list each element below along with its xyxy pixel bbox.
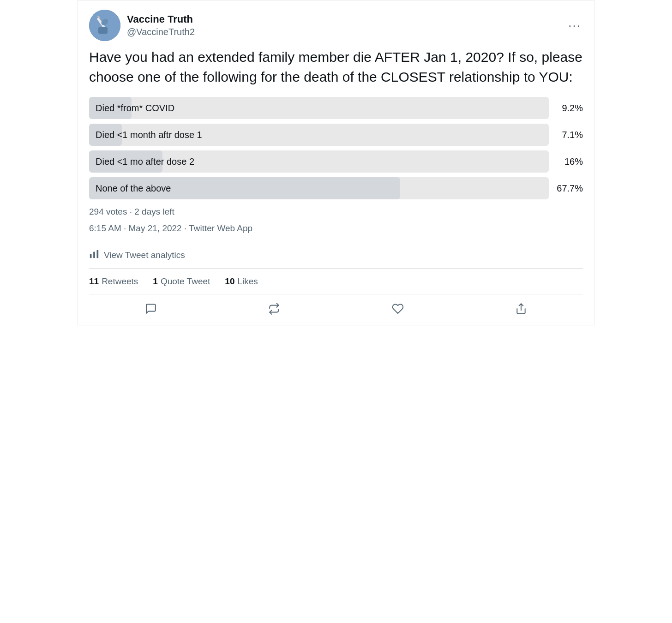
reply-button[interactable] xyxy=(139,299,162,318)
poll-option-3[interactable]: Died <1 mo after dose 2 16% xyxy=(89,150,583,173)
engagement-row: 11 Retweets 1 Quote Tweet 10 Likes xyxy=(89,269,583,294)
poll-option-4[interactable]: None of the above 67.7% xyxy=(89,177,583,199)
share-icon xyxy=(515,303,527,315)
tweet-header: Vaccine Truth @VaccineTruth2 ··· xyxy=(89,10,583,41)
poll-option-label-2: Died <1 month aftr dose 1 xyxy=(96,130,202,140)
analytics-icon xyxy=(89,249,99,262)
poll-option-2[interactable]: Died <1 month aftr dose 1 7.1% xyxy=(89,124,583,146)
poll-percentage-4: 67.7% xyxy=(556,183,583,194)
share-button[interactable] xyxy=(510,299,533,318)
svg-rect-6 xyxy=(93,252,95,258)
poll-option-1[interactable]: Died *from* COVID 9.2% xyxy=(89,97,583,119)
like-button[interactable] xyxy=(386,299,409,318)
retweet-button[interactable] xyxy=(263,299,286,318)
more-options-button[interactable]: ··· xyxy=(566,17,583,35)
votes-count: 294 votes xyxy=(89,207,127,216)
poll-bar-wrapper-1: Died *from* COVID xyxy=(89,97,549,119)
likes-count: 10 xyxy=(225,276,234,287)
meta-separator: · xyxy=(130,207,135,216)
action-row xyxy=(89,294,583,325)
retweets-count: 11 xyxy=(89,276,99,287)
reply-icon xyxy=(145,303,157,315)
poll-meta: 294 votes · 2 days left xyxy=(89,207,583,217)
time-left: 2 days left xyxy=(134,207,174,216)
username[interactable]: @VaccineTruth2 xyxy=(127,26,195,38)
poll-bar-wrapper-3: Died <1 mo after dose 2 xyxy=(89,150,549,173)
quote-tweet-engagement[interactable]: 1 Quote Tweet xyxy=(153,276,210,287)
poll-option-label-1: Died *from* COVID xyxy=(96,103,174,114)
retweet-icon xyxy=(268,303,280,315)
user-info: Vaccine Truth @VaccineTruth2 xyxy=(127,13,195,38)
heart-icon xyxy=(392,303,404,315)
poll: Died *from* COVID 9.2% Died <1 month aft… xyxy=(89,97,583,199)
poll-bar-wrapper-2: Died <1 month aftr dose 1 xyxy=(89,124,549,146)
analytics-label: View Tweet analytics xyxy=(104,250,185,260)
svg-rect-4 xyxy=(98,27,108,34)
likes-engagement[interactable]: 10 Likes xyxy=(225,276,258,287)
poll-percentage-3: 16% xyxy=(556,156,583,167)
quote-count: 1 xyxy=(153,276,158,287)
svg-rect-5 xyxy=(90,254,92,258)
poll-percentage-1: 9.2% xyxy=(556,103,583,114)
svg-point-0 xyxy=(89,10,120,41)
retweets-engagement[interactable]: 11 Retweets xyxy=(89,276,138,287)
svg-rect-7 xyxy=(97,250,99,258)
retweets-label: Retweets xyxy=(102,276,138,287)
poll-option-label-3: Died <1 mo after dose 2 xyxy=(96,156,194,167)
tweet-header-left: Vaccine Truth @VaccineTruth2 xyxy=(89,10,195,41)
poll-percentage-2: 7.1% xyxy=(556,130,583,140)
avatar[interactable] xyxy=(89,10,120,41)
display-name[interactable]: Vaccine Truth xyxy=(127,13,195,26)
tweet-text: Have you had an extended family member d… xyxy=(89,48,583,87)
poll-bar-wrapper-4: None of the above xyxy=(89,177,549,199)
tweet-timestamp: 6:15 AM · May 21, 2022 · Twitter Web App xyxy=(89,223,583,234)
poll-option-label-4: None of the above xyxy=(96,183,171,194)
quote-label: Quote Tweet xyxy=(161,276,210,287)
likes-label: Likes xyxy=(237,276,258,287)
avatar-image xyxy=(89,10,120,41)
tweet-card: Vaccine Truth @VaccineTruth2 ··· Have yo… xyxy=(78,0,594,325)
analytics-row[interactable]: View Tweet analytics xyxy=(89,242,583,268)
